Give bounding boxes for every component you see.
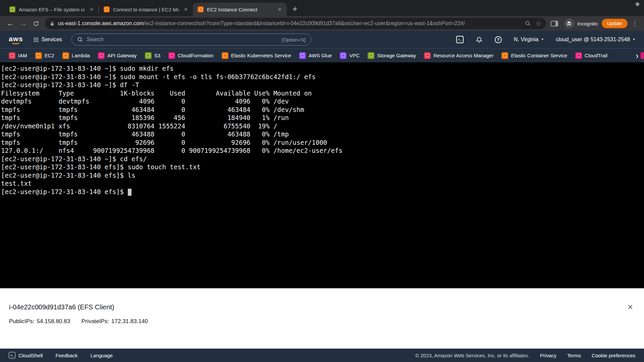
private-ip-value: 172.31.83.140 (111, 318, 148, 325)
ec2-favicon (198, 6, 204, 12)
footer-copyright: © 2023, Amazon Web Services, Inc. or its… (415, 353, 529, 358)
back-icon[interactable]: ← (4, 17, 17, 30)
efs-favicon (9, 6, 15, 12)
incognito-label: Incognito (577, 21, 598, 26)
tab-close-icon[interactable]: × (88, 6, 95, 13)
chevron-down-icon: ▼ (633, 38, 635, 41)
grid-icon (34, 38, 38, 42)
search-input[interactable] (87, 37, 282, 43)
console-footer: >_ CloudShell Feedback Language © 2023, … (0, 349, 644, 362)
ram-service-icon (424, 52, 431, 59)
terminal[interactable]: [ec2-user@ip-172-31-83-140 ~]$ sudo mkdi… (0, 62, 644, 288)
footer-feedback-link[interactable]: Feedback (56, 353, 78, 358)
lambda-service-icon (62, 52, 69, 59)
close-icon[interactable]: × (625, 301, 636, 313)
new-tab-button[interactable]: + (289, 3, 301, 15)
ec2-service-icon (35, 52, 42, 59)
favorites-item-cloudtrail[interactable]: CloudTrail (575, 52, 607, 59)
favorites-item-vpc[interactable]: VPC (340, 52, 360, 59)
search-shortcut: [Option+S] (282, 37, 306, 43)
zoom-indicator-icon[interactable] (525, 20, 531, 26)
account-menu[interactable]: cloud_user @ 5143-2531-2548 ▼ (556, 37, 635, 43)
favorites-item-lambda[interactable]: Lambda (62, 52, 90, 59)
favorites-item-ec2[interactable]: EC2 (35, 52, 54, 59)
url-domain: us-east-1.console.aws.amazon.com (58, 20, 144, 26)
public-ip-label: PublicIPs: (9, 318, 35, 325)
services-menu-button[interactable]: Services (34, 37, 62, 43)
glue-service-icon (299, 52, 306, 59)
vpc-service-icon (340, 52, 346, 59)
tab-title: EC2 Instance Connect (207, 7, 273, 12)
cloudshell-icon[interactable]: >_ (456, 36, 464, 43)
s3-service-icon (145, 52, 152, 59)
incognito-badge-icon (564, 18, 574, 28)
tab-close-icon[interactable]: × (182, 6, 190, 13)
ec2-favicon (104, 6, 110, 12)
footer-cloudshell-button[interactable]: >_ CloudShell (9, 352, 43, 359)
private-ip-label: PrivateIPs: (82, 318, 109, 325)
footer-language-link[interactable]: Language (90, 353, 113, 358)
padlock-icon (50, 21, 55, 26)
favorites-overflow-icon[interactable] (641, 52, 644, 59)
footer-privacy-link[interactable]: Privacy (540, 353, 556, 358)
chevron-down-icon: ▼ (541, 38, 544, 41)
bookmark-star-icon[interactable]: ☆ (536, 20, 541, 27)
aws-smile-icon (11, 41, 20, 44)
account-label: cloud_user @ 5143-2531-2548 (556, 37, 630, 43)
favorites-bar: IAM EC2 Lambda API Gateway S3 CloudForma… (0, 48, 644, 62)
aws-logo[interactable]: aws (9, 35, 23, 44)
notifications-bell-icon[interactable] (476, 36, 483, 43)
browser-control-dot (636, 2, 639, 6)
instance-ip-info: PublicIPs: 54.158.80.83 PrivateIPs: 172.… (9, 318, 148, 325)
url-path: /ec2-instance-connect/ssh?connType=stand… (144, 20, 465, 26)
refresh-icon[interactable] (30, 17, 42, 30)
favorites-item-ram[interactable]: Resource Access Manager (424, 52, 493, 59)
terminal-cursor (128, 189, 131, 196)
storage-gateway-service-icon (368, 52, 374, 59)
region-selector[interactable]: N. Virginia ▼ (514, 37, 544, 43)
tab-title: Amazon EFS – File system con (19, 7, 85, 12)
search-icon (77, 37, 83, 43)
favorites-item-iam[interactable]: IAM (9, 52, 27, 59)
aws-console-header: aws Services [Option+S] >_ ? N. Virginia… (0, 31, 644, 48)
favorites-item-s3[interactable]: S3 (145, 52, 160, 59)
eks-service-icon (222, 52, 228, 59)
tab-close-icon[interactable]: × (276, 6, 283, 13)
instance-info-panel: i-04e22c009d91d37a6 (EFS Client) × Publi… (0, 288, 644, 349)
browser-menu-icon[interactable]: ⋮ (632, 20, 638, 27)
cloudtrail-service-icon (575, 52, 582, 59)
cloudformation-service-icon (168, 52, 175, 59)
favorites-item-ecs[interactable]: Elastic Container Service (501, 52, 567, 59)
favorites-item-api-gateway[interactable]: API Gateway (98, 52, 137, 59)
instance-title: i-04e22c009d91d37a6 (EFS Client) (9, 303, 114, 311)
browser-toolbar: ← → us-east-1.console.aws.amazon.com/ec2… (0, 16, 644, 31)
forward-icon[interactable]: → (17, 17, 30, 30)
favorites-item-aws-glue[interactable]: AWS Glue (299, 52, 332, 59)
terminal-prompt: [ec2-user@ip-172-31-83-140 efs]$ (1, 188, 128, 195)
footer-terms-link[interactable]: Terms (567, 353, 581, 358)
url-text: us-east-1.console.aws.amazon.com/ec2-ins… (58, 20, 520, 26)
region-label: N. Virginia (514, 37, 539, 43)
favorites-item-eks[interactable]: Elastic Kubernetes Service (222, 52, 291, 59)
api-gateway-service-icon (98, 52, 105, 59)
iam-service-icon (9, 52, 15, 59)
cloudshell-icon: >_ (9, 352, 15, 359)
favorites-item-storage-gateway[interactable]: Storage Gateway (368, 52, 416, 59)
favorites-item-cloudformation[interactable]: CloudFormation (168, 52, 214, 59)
side-panel-icon[interactable] (551, 21, 558, 26)
help-icon[interactable]: ? (495, 36, 502, 43)
update-button[interactable]: Update (602, 19, 628, 28)
browser-tab-strip: Amazon EFS – File system con × Connect t… (0, 0, 644, 16)
public-ip: PublicIPs: 54.158.80.83 (9, 318, 70, 325)
tab-amazon-efs[interactable]: Amazon EFS – File system con × (5, 3, 99, 16)
public-ip-value: 54.158.80.83 (37, 318, 70, 325)
tab-ec2-instance-connect[interactable]: EC2 Instance Connect × (193, 3, 287, 16)
ecs-service-icon (501, 52, 508, 59)
console-search-bar[interactable]: [Option+S] (71, 34, 311, 46)
url-bar[interactable]: us-east-1.console.aws.amazon.com/ec2-ins… (45, 18, 546, 29)
terminal-output: [ec2-user@ip-172-31-83-140 ~]$ sudo mkdi… (1, 65, 342, 187)
favorites-scroll-chevron-icon[interactable]: › (632, 51, 639, 60)
private-ip: PrivateIPs: 172.31.83.140 (82, 318, 148, 325)
footer-cookie-preferences-link[interactable]: Cookie preferences (592, 353, 635, 358)
tab-connect-to-instance[interactable]: Connect to instance | EC2 Man × (99, 3, 193, 16)
